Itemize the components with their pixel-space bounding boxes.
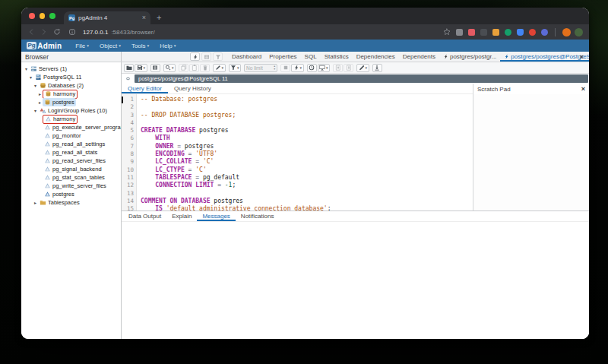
- delete-button[interactable]: [200, 64, 210, 72]
- extension-orange-icon[interactable]: [492, 29, 499, 36]
- download-button[interactable]: [372, 64, 382, 72]
- extension-redcircle-icon[interactable]: [529, 29, 536, 36]
- expander-icon[interactable]: ▾: [24, 67, 29, 71]
- copy-button[interactable]: [179, 64, 188, 72]
- row-limit-select[interactable]: No limit▴▾: [244, 64, 277, 72]
- tree-item-postgres[interactable]: ▸postgres: [21, 98, 121, 106]
- tree-item-content[interactable]: pg_read_all_stats: [43, 148, 99, 157]
- annotation-highlight[interactable]: harmony: [43, 90, 78, 99]
- tab-explain[interactable]: Explain: [166, 211, 197, 221]
- tree-item-pg-execute-server-program[interactable]: pg_execute_server_program: [21, 123, 121, 131]
- expander-icon[interactable]: ▸: [37, 100, 43, 105]
- forward-icon[interactable]: [40, 28, 48, 36]
- expander-icon[interactable]: ▸: [37, 92, 43, 97]
- chevron-down-icon[interactable]: ▾: [237, 65, 239, 70]
- scratch-pad-close-icon[interactable]: ×: [581, 85, 585, 93]
- tree-item-harmony[interactable]: ▸harmony: [21, 90, 121, 98]
- save-button[interactable]: ▾: [135, 64, 147, 72]
- tree-item-pg-read-all-stats[interactable]: pg_read_all_stats: [21, 148, 121, 157]
- tree-item-content[interactable]: Servers (1): [29, 65, 68, 73]
- tab-sql[interactable]: SQL: [301, 52, 321, 62]
- tree-item-servers-1[interactable]: ▾Servers (1): [21, 65, 121, 73]
- tree-item-content[interactable]: pg_read_all_settings: [43, 140, 106, 148]
- expander-icon[interactable]: ▾: [33, 84, 38, 88]
- annotation-highlight[interactable]: harmony: [43, 115, 78, 124]
- query-tool-button[interactable]: [190, 52, 200, 61]
- tree-item-postgres[interactable]: postgres: [21, 190, 121, 198]
- reload-icon[interactable]: [53, 28, 61, 36]
- chevron-down-icon[interactable]: ▾: [222, 65, 224, 70]
- tree-item-content[interactable]: Databases (2): [38, 81, 85, 90]
- extension-red-icon[interactable]: [468, 29, 475, 36]
- menu-tools[interactable]: Tools▾: [131, 43, 149, 49]
- back-icon[interactable]: [27, 28, 35, 36]
- macro-button[interactable]: ▾: [356, 64, 369, 72]
- chevron-down-icon[interactable]: ▾: [172, 65, 174, 70]
- browser-tab[interactable]: Pg pgAdmin 4 ×: [64, 11, 150, 24]
- tree-item-login-group-roles-10[interactable]: ▾Login/Group Roles (10): [21, 106, 121, 115]
- tree-item-pg-read-all-settings[interactable]: pg_read_all_settings: [21, 140, 121, 148]
- panel-close-icon[interactable]: ×: [575, 53, 589, 61]
- tree-item-content[interactable]: PostgreSQL 11: [33, 73, 83, 81]
- extension-shield-icon[interactable]: [517, 29, 524, 36]
- window-close-button[interactable]: [29, 13, 35, 19]
- expander-icon[interactable]: ▸: [33, 201, 38, 205]
- tab-statistics[interactable]: Statistics: [321, 52, 353, 62]
- tree-item-content[interactable]: Login/Group Roles (10): [38, 106, 109, 115]
- window-minimize-button[interactable]: [40, 13, 46, 19]
- commit-button[interactable]: [333, 64, 343, 72]
- rollback-button[interactable]: [344, 64, 353, 72]
- tab-notifications[interactable]: Notifications: [236, 211, 280, 221]
- chevron-down-icon[interactable]: ▾: [326, 65, 328, 70]
- menu-object[interactable]: Object▾: [100, 43, 121, 49]
- tree-item-tablespaces[interactable]: ▸Tablespaces: [21, 198, 121, 207]
- tree-item-harmony[interactable]: harmony: [21, 115, 121, 123]
- tree-item-pg-signal-backend[interactable]: pg_signal_backend: [21, 165, 121, 173]
- cancel-query-button[interactable]: [280, 64, 290, 72]
- extension-blue-icon[interactable]: [541, 29, 548, 36]
- explain-analyze-button[interactable]: ▾: [318, 64, 331, 72]
- paste-button[interactable]: [189, 64, 199, 72]
- profile-avatar-orange[interactable]: [562, 28, 571, 36]
- expander-icon[interactable]: ▾: [28, 75, 33, 80]
- tab-dependents[interactable]: Dependents: [399, 52, 439, 62]
- explain-button[interactable]: [307, 64, 317, 72]
- tree-item-content[interactable]: pg_write_server_files: [43, 182, 108, 190]
- tab-query-editor[interactable]: Query Editor: [122, 84, 168, 93]
- tab-data-output[interactable]: Data Output: [123, 211, 166, 221]
- extension-green-icon[interactable]: [505, 29, 511, 36]
- filtered-rows-button[interactable]: [213, 52, 223, 61]
- tree-item-content[interactable]: postgres: [43, 190, 76, 198]
- open-file-button[interactable]: [124, 64, 134, 72]
- tree-item-content[interactable]: pg_read_server_files: [43, 157, 107, 165]
- tree-item-content[interactable]: pg_stat_scan_tables: [43, 173, 106, 182]
- save-data-changes-button[interactable]: [150, 64, 160, 72]
- browser-panel-tab[interactable]: Browser: [21, 52, 122, 62]
- bookmark-star-icon[interactable]: [443, 28, 451, 36]
- tab-properties[interactable]: Properties: [265, 52, 300, 62]
- tab-query-history[interactable]: Query History: [168, 84, 217, 93]
- extension-grey-icon[interactable]: [456, 29, 463, 36]
- new-tab-button[interactable]: +: [157, 14, 161, 22]
- tree-item-content[interactable]: pg_monitor: [43, 131, 83, 140]
- tree-item-content[interactable]: pg_signal_backend: [43, 165, 103, 173]
- sql-code[interactable]: -- Database: postgres -- DROP DATABASE p…: [137, 94, 473, 210]
- edit-menu-button[interactable]: ▾: [213, 64, 226, 72]
- menu-help[interactable]: Help▾: [160, 43, 176, 49]
- tab-dashboard[interactable]: Dashboard: [228, 52, 265, 62]
- sql-editor[interactable]: 123456789101112131415 -- Database: postg…: [122, 94, 473, 210]
- tree-item-pg-write-server-files[interactable]: pg_write_server_files: [21, 182, 121, 190]
- tree-item-databases-2[interactable]: ▾Databases (2): [21, 81, 121, 90]
- tab-postgres-postgr[interactable]: postgres/postgr...: [439, 52, 500, 62]
- tab-close-icon[interactable]: ×: [142, 14, 146, 21]
- extension-dark-icon[interactable]: [480, 29, 487, 36]
- view-data-button[interactable]: [201, 52, 211, 61]
- chevron-down-icon[interactable]: ▾: [144, 65, 146, 70]
- window-zoom-button[interactable]: [49, 13, 55, 19]
- site-info-icon[interactable]: [68, 28, 76, 36]
- tree-item-pg-monitor[interactable]: pg_monitor: [21, 131, 121, 140]
- find-button[interactable]: ▾: [163, 64, 176, 72]
- tree-item-content[interactable]: pg_execute_server_program: [43, 123, 122, 131]
- tree-item-content[interactable]: Tablespaces: [38, 198, 81, 207]
- tree-item-pg-stat-scan-tables[interactable]: pg_stat_scan_tables: [21, 173, 121, 182]
